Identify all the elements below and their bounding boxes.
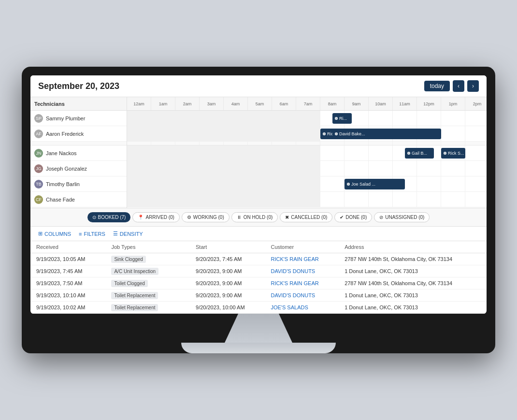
status-arrived[interactable]: 📍 ARRIVED (0) (132, 212, 179, 222)
col-received: Received (30, 241, 105, 253)
time-label-4am: 4am (224, 97, 248, 110)
customer-link[interactable]: DAVID'S DONUTS (271, 292, 315, 298)
time-label-10am: 10am (369, 97, 393, 110)
time-label-2pm: 2pm (465, 97, 487, 110)
tech-name-joseph: Joseph Gonzalez (46, 166, 87, 172)
cell-address: 2787 NW 140th St, Oklahoma City, OK 7313… (339, 253, 487, 265)
on-hold-icon: ⏸ (237, 215, 242, 220)
timeline-body: Ri...Rick Storm 27...David Bake...Gail B… (127, 111, 487, 207)
tech-row-timothy: TB Timothy Barlin (30, 176, 127, 192)
time-label-1am: 1am (151, 97, 175, 110)
avatar-aaron: AF (34, 130, 43, 138)
avatar-timothy: TB (34, 180, 43, 188)
density-button[interactable]: ☰ DENSITY (113, 231, 143, 237)
cell-customer[interactable]: RICK'S RAIN GEAR (265, 277, 339, 290)
job-type-tag: A/C Unit Inspection (111, 268, 158, 275)
appt-block[interactable]: Ri... (332, 113, 352, 124)
appt-block[interactable]: Gail B... (405, 148, 434, 159)
density-label: DENSITY (120, 231, 143, 237)
timeline-header: 12am1am2am3am4am5am6am7am8am9am10am11am1… (127, 97, 487, 111)
time-label-11am: 11am (393, 97, 417, 110)
avatar-joseph: JG (34, 164, 43, 173)
working-label: WORKING (0) (193, 215, 224, 220)
cell-address: 1 Donut Lane, OKC, OK 73013 (339, 290, 487, 302)
customer-link[interactable]: RICK'S RAIN GEAR (271, 256, 318, 262)
filters-label: FILTERS (84, 231, 105, 237)
status-cancelled[interactable]: ✖ CANCELLED (0) (280, 212, 332, 222)
tech-column: Technicians SP Sammy Plumber AF Aaron Fr… (30, 97, 127, 208)
booked-label: BOOKED (7) (98, 215, 126, 220)
prev-button[interactable]: ‹ (453, 80, 464, 92)
appt-dot (347, 183, 350, 186)
status-on-hold[interactable]: ⏸ ON HOLD (0) (231, 212, 278, 222)
cell-received: 9/19/2023, 10:10 AM (30, 290, 105, 302)
appt-dot (335, 132, 338, 135)
jobs-table: Received Job Types Start Customer Addres… (30, 241, 487, 314)
cell-received: 9/19/2023, 10:05 AM (30, 253, 105, 265)
appt-label: Joe Salad ... (351, 182, 375, 187)
time-label-8am: 8am (320, 97, 345, 110)
cell-customer[interactable]: JOE'S SALADS (265, 302, 339, 314)
columns-button[interactable]: ⊞ COLUMNS (38, 231, 71, 237)
status-bar: ⊙ BOOKED (7) 📍 ARRIVED (0) ⚙ WORKING (0)… (30, 208, 487, 227)
status-unassigned[interactable]: ⊘ UNASSIGNED (0) (374, 212, 430, 222)
customer-link[interactable]: RICK'S RAIN GEAR (271, 280, 318, 286)
customer-link[interactable]: JOE'S SALADS (271, 304, 308, 310)
tech-row-joseph: JG Joseph Gonzalez (30, 161, 127, 176)
table-toolbar: ⊞ COLUMNS ≡ FILTERS ☰ DENSITY (30, 227, 487, 241)
next-button[interactable]: › (467, 80, 479, 92)
cell-start: 9/20/2023, 9:00 AM (190, 290, 265, 302)
tech-name-sammy: Sammy Plumber (46, 116, 85, 121)
cell-address: 1 Donut Lane, OKC, OK 73013 (339, 265, 487, 277)
today-button[interactable]: today (424, 81, 450, 91)
time-label-6am: 6am (272, 97, 296, 110)
timeline-row-0: Ri... (127, 111, 487, 126)
appt-block[interactable]: Joe Salad ... (345, 179, 405, 189)
timeline-area: 12am1am2am3am4am5am6am7am8am9am10am11am1… (127, 97, 487, 208)
table-row: 9/19/2023, 7:50 AMToilet Clogged9/20/202… (30, 277, 487, 290)
cell-customer[interactable]: RICK'S RAIN GEAR (265, 253, 339, 265)
appt-block[interactable]: David Bake... (332, 129, 441, 139)
job-type-tag: Toilet Replacement (111, 292, 158, 299)
tech-name-chase: Chase Fade (46, 197, 75, 203)
unassigned-icon: ⊘ (379, 215, 383, 220)
cell-job-type: A/C Unit Inspection (105, 265, 178, 277)
time-label-12pm: 12pm (417, 97, 441, 110)
timeline-row-2: Gail B...Rick S... (127, 145, 487, 161)
group-spacer (30, 142, 127, 145)
time-label-12am: 12am (127, 97, 151, 110)
monitor-stand-neck (225, 314, 292, 343)
status-done[interactable]: ✔ DONE (0) (334, 212, 372, 222)
tech-name-timothy: Timothy Barlin (46, 181, 80, 187)
tech-name-jane: Jane Nackos (46, 150, 77, 156)
page-title: September 20, 2023 (38, 81, 119, 91)
status-working[interactable]: ⚙ WORKING (0) (182, 212, 230, 222)
header-nav: today ‹ › (424, 80, 479, 92)
time-label-5am: 5am (248, 97, 272, 110)
status-booked[interactable]: ⊙ BOOKED (7) (87, 212, 131, 222)
cell-address: 2787 NW 140th St, Oklahoma City, OK 7313… (339, 277, 487, 290)
table-row: 9/19/2023, 7:45 AMA/C Unit Inspection9/2… (30, 265, 487, 277)
filters-button[interactable]: ≡ FILTERS (79, 231, 105, 237)
appt-dot (323, 132, 326, 135)
cell-customer[interactable]: DAVID'S DONUTS (265, 265, 339, 277)
cell-customer[interactable]: DAVID'S DONUTS (265, 290, 339, 302)
cell-job-type: Toilet Clogged (105, 277, 178, 290)
col-customer: Customer (265, 241, 339, 253)
unassigned-label: UNASSIGNED (0) (385, 215, 424, 220)
table-container: Received Job Types Start Customer Addres… (30, 241, 487, 314)
cell-address: 1 Donut Lane, OKC, OK 73013 (339, 302, 487, 314)
job-type-tag: Toilet Clogged (111, 280, 147, 287)
timeline-spacer (127, 142, 487, 145)
timeline-row-5 (127, 192, 487, 207)
done-label: DONE (0) (345, 215, 367, 220)
filters-icon: ≡ (79, 231, 82, 237)
timeline-row-1: Rick Storm 27...David Bake... (127, 126, 487, 142)
table-row: 9/19/2023, 10:10 AMToilet Replacement9/2… (30, 290, 487, 302)
tech-row-chase: CF Chase Fade (30, 192, 127, 207)
tech-row-jane: JN Jane Nackos (30, 145, 127, 161)
timeline-row-3 (127, 161, 487, 176)
appt-block[interactable]: Rick S... (441, 148, 465, 159)
customer-link[interactable]: DAVID'S DONUTS (271, 268, 315, 274)
appt-label: David Bake... (339, 131, 365, 136)
